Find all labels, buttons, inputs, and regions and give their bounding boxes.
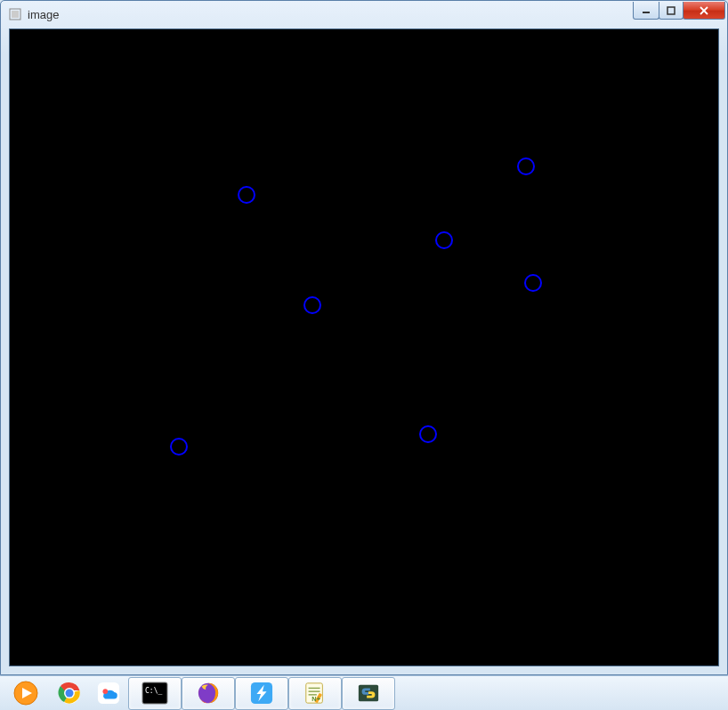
taskbar-item-command-prompt[interactable]: C:\_ <box>128 677 182 710</box>
taskbar-item-firefox[interactable] <box>182 677 235 710</box>
svg-point-10 <box>66 690 74 698</box>
taskbar-item-notepad-plus-plus[interactable]: N+ <box>288 677 342 710</box>
detected-circle <box>303 296 321 314</box>
svg-rect-1 <box>12 11 19 18</box>
svg-point-12 <box>103 689 109 694</box>
svg-rect-3 <box>667 7 675 14</box>
minimize-button[interactable] <box>633 2 659 20</box>
taskbar-item-chrome[interactable] <box>50 677 89 710</box>
media-player-icon <box>12 680 39 706</box>
taskbar[interactable]: C:\_ <box>0 675 728 710</box>
taskbar-item-baidu-netdisk[interactable] <box>89 677 128 710</box>
window-title: image <box>28 8 59 21</box>
thunder-icon <box>250 682 273 705</box>
window-controls <box>634 2 725 20</box>
detected-circle <box>524 274 542 292</box>
taskbar-item-python-idle[interactable] <box>342 677 395 710</box>
taskbar-item-thunder[interactable] <box>235 677 288 710</box>
svg-text:N+: N+ <box>311 695 320 703</box>
chrome-icon <box>58 682 81 705</box>
close-button[interactable] <box>683 2 725 20</box>
detected-circle <box>517 157 535 175</box>
taskbar-item-media-player[interactable] <box>2 677 50 710</box>
titlebar[interactable]: image <box>1 1 727 28</box>
detected-circle <box>170 438 188 456</box>
svg-text:C:\_: C:\_ <box>145 687 162 695</box>
application-window: image <box>0 0 728 675</box>
terminal-icon: C:\_ <box>142 680 168 706</box>
notepad-plus-plus-icon: N+ <box>303 682 327 705</box>
detected-circle <box>419 425 437 443</box>
detected-circle <box>435 231 453 249</box>
app-icon <box>8 7 22 21</box>
baidu-netdisk-icon <box>97 682 120 705</box>
image-canvas <box>9 28 719 666</box>
firefox-icon <box>197 682 220 705</box>
detected-circle <box>238 186 255 204</box>
python-icon <box>357 682 380 705</box>
maximize-button[interactable] <box>659 2 684 20</box>
